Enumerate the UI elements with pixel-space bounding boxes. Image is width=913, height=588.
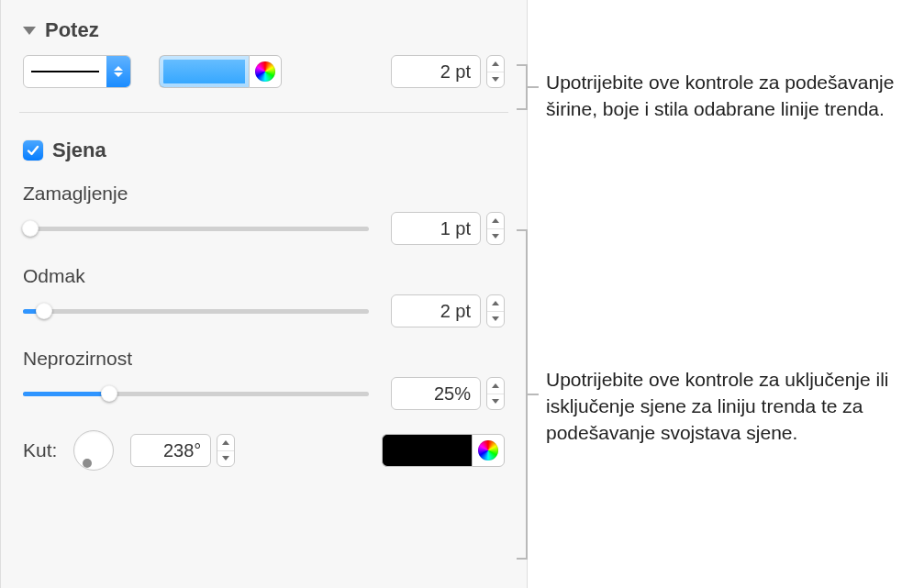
shadow-blur-input[interactable] <box>391 212 481 245</box>
shadow-opacity-input[interactable] <box>391 377 481 410</box>
color-wheel-icon <box>255 61 275 82</box>
shadow-opacity-group: Neprozirnost <box>23 348 505 410</box>
shadow-callout-brace <box>526 229 528 560</box>
stroke-callout-brace <box>526 64 528 110</box>
shadow-checkbox[interactable] <box>23 140 43 161</box>
shadow-blur-group: Zamagljenje <box>23 183 505 245</box>
section-divider <box>19 112 508 113</box>
chevron-down-icon <box>23 27 36 35</box>
shadow-angle-label: Kut: <box>23 439 57 461</box>
stroke-style-popup[interactable] <box>23 55 131 88</box>
shadow-color-picker-button[interactable] <box>472 434 505 467</box>
stroke-controls-row <box>23 55 505 88</box>
shadow-angle-input[interactable] <box>130 434 211 467</box>
shadow-opacity-stepper[interactable] <box>486 377 505 410</box>
shadow-blur-slider[interactable] <box>23 217 369 239</box>
callouts-area: Upotrijebite ove kontrole za podešavanje… <box>528 0 913 588</box>
stroke-color-swatch[interactable] <box>159 55 249 88</box>
popup-arrows-icon <box>106 56 130 87</box>
angle-indicator-icon <box>83 459 92 468</box>
stroke-callout-text: Upotrijebite ove kontrole za podešavanje… <box>546 70 895 123</box>
shadow-offset-group: Odmak <box>23 265 505 327</box>
stroke-width-field <box>391 55 505 88</box>
shadow-offset-stepper[interactable] <box>486 294 505 327</box>
stroke-section-title: Potez <box>45 18 99 42</box>
shadow-angle-stepper[interactable] <box>217 434 235 467</box>
stroke-width-stepper[interactable] <box>486 55 505 88</box>
stroke-color-picker-button[interactable] <box>249 55 282 88</box>
shadow-section-header: Sjena <box>23 139 505 162</box>
shadow-blur-stepper[interactable] <box>486 212 505 245</box>
stroke-section-header[interactable]: Potez <box>23 18 505 42</box>
shadow-callout-text: Upotrijebite ove kontrole za uključenje … <box>546 367 895 447</box>
inspector-panel: Potez <box>0 0 528 588</box>
shadow-offset-slider[interactable] <box>23 300 369 322</box>
shadow-offset-label: Odmak <box>23 265 505 287</box>
shadow-opacity-slider[interactable] <box>23 383 369 405</box>
color-wheel-icon <box>478 440 498 460</box>
shadow-angle-row: Kut: <box>23 430 505 471</box>
shadow-angle-dial[interactable] <box>73 430 114 471</box>
line-sample-icon <box>31 71 99 72</box>
shadow-color-swatch[interactable] <box>382 434 472 467</box>
shadow-blur-label: Zamagljenje <box>23 183 505 205</box>
shadow-opacity-label: Neprozirnost <box>23 348 505 370</box>
stepper-down-icon <box>492 77 499 82</box>
stroke-color-well <box>159 55 282 88</box>
shadow-color-well <box>382 434 505 467</box>
checkmark-icon <box>27 144 39 157</box>
stroke-width-input[interactable] <box>391 55 481 88</box>
shadow-offset-input[interactable] <box>391 294 481 327</box>
stepper-up-icon <box>492 61 499 66</box>
shadow-section-title: Sjena <box>52 139 106 162</box>
